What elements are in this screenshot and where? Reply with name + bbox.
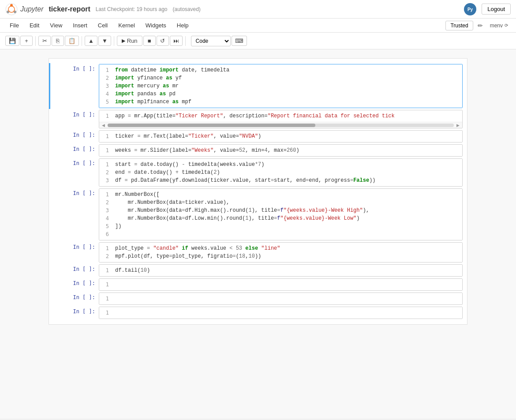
- jupyter-icon: [5, 3, 18, 15]
- add-cell-button[interactable]: +: [20, 36, 33, 46]
- cell-10-line-numbers: 1: [99, 293, 112, 304]
- menu-widgets[interactable]: Widgets: [141, 20, 171, 30]
- separator-3: [114, 36, 114, 46]
- cell-9[interactable]: In [ ]: 1: [49, 278, 467, 292]
- cell-3[interactable]: In [ ]: 1 ticker = mr.Text(label="Ticker…: [49, 129, 467, 143]
- cell-4-label: In [ ]:: [50, 144, 99, 152]
- cell-3-content[interactable]: 1 ticker = mr.Text(label="Ticker", value…: [99, 130, 463, 142]
- menu-help[interactable]: Help: [172, 20, 193, 30]
- paste-button[interactable]: 📋: [65, 36, 79, 46]
- svg-text:Py: Py: [467, 7, 473, 12]
- cell-5[interactable]: In [ ]: 123 start = date.today() - timed…: [49, 158, 467, 188]
- cell-2-label: In [ ]:: [50, 110, 99, 118]
- move-up-button[interactable]: ▲: [85, 36, 97, 46]
- cell-4-code[interactable]: weeks = mr.Slider(label="Weeks", value=5…: [112, 145, 462, 156]
- cell-3-label: In [ ]:: [50, 130, 99, 138]
- notebook-inner: In [ ]: 12345 from datetime import date,…: [49, 58, 467, 325]
- menv-button[interactable]: menv ⟳: [487, 21, 511, 30]
- cell-7-label: In [ ]:: [50, 242, 99, 250]
- cell-11-label: In [ ]:: [50, 307, 99, 315]
- cell-7[interactable]: In [ ]: 12 plot_type = "candle" if weeks…: [49, 241, 467, 263]
- cell-5-line-numbers: 123: [99, 159, 112, 186]
- menu-view[interactable]: View: [45, 20, 67, 30]
- jupyter-logo: Jupyter: [5, 3, 43, 15]
- cell-11-code[interactable]: [112, 307, 462, 319]
- cell-11-line-numbers: 1: [99, 307, 112, 319]
- cell-7-code[interactable]: plot_type = "candle" if weeks.value < 53…: [112, 243, 462, 262]
- cell-3-code[interactable]: ticker = mr.Text(label="Ticker", value="…: [112, 131, 462, 142]
- cell-4-content[interactable]: 1 weeks = mr.Slider(label="Weeks", value…: [99, 144, 463, 157]
- menu-cell[interactable]: Cell: [93, 20, 112, 30]
- menu-edit[interactable]: Edit: [25, 20, 44, 30]
- python-logo: Py: [464, 3, 476, 15]
- separator-4: [185, 36, 186, 46]
- keyboard-button[interactable]: ⌨: [232, 36, 247, 46]
- interrupt-button[interactable]: ■: [143, 36, 156, 46]
- run-icon: ▶: [122, 38, 125, 44]
- cell-5-content[interactable]: 123 start = date.today() - timedelta(wee…: [99, 158, 463, 187]
- run-label: Run: [127, 38, 138, 44]
- cell-8-code[interactable]: df.tail(10): [112, 265, 462, 276]
- cell-2-content[interactable]: 1 app = mr.App(title="Ticker Report", de…: [99, 110, 463, 128]
- restart-run-button[interactable]: ⏭: [170, 36, 183, 46]
- edit-pencil-button[interactable]: ✏: [475, 21, 486, 30]
- scroll-track[interactable]: [108, 124, 454, 127]
- toolbar: 💾 + ✂ ⎘ 📋 ▲ ▼ ▶ Run ■ ↺ ⏭ Code Markdown …: [0, 33, 516, 49]
- cell-8-line-numbers: 1: [99, 265, 112, 276]
- cell-8[interactable]: In [ ]: 1 df.tail(10): [49, 263, 467, 278]
- cell-4[interactable]: In [ ]: 1 weeks = mr.Slider(label="Weeks…: [49, 143, 467, 158]
- notebook-title[interactable]: ticker-report: [49, 5, 90, 13]
- cell-11[interactable]: In [ ]: 1: [49, 306, 467, 320]
- cell-6-line-numbers: 123456: [99, 189, 112, 240]
- cell-1[interactable]: In [ ]: 12345 from datetime import date,…: [49, 63, 467, 109]
- restart-button[interactable]: ↺: [157, 36, 169, 46]
- cell-2-line-numbers: 1: [99, 110, 112, 122]
- menu-kernel[interactable]: Kernel: [114, 20, 139, 30]
- run-button[interactable]: ▶ Run: [117, 36, 142, 46]
- trusted-button[interactable]: Trusted: [445, 21, 473, 30]
- cell-10-code[interactable]: [112, 293, 462, 304]
- scroll-right-icon[interactable]: ▶: [456, 123, 460, 128]
- cell-5-code[interactable]: start = date.today() - timedelta(weeks.v…: [112, 159, 462, 186]
- cell-1-label: In [ ]:: [50, 64, 99, 72]
- cell-type-select[interactable]: Code Markdown Raw: [191, 36, 231, 46]
- notebook-container: In [ ]: 12345 from datetime import date,…: [0, 49, 516, 419]
- cell-10-content[interactable]: 1: [99, 292, 463, 305]
- separator-2: [82, 36, 82, 46]
- menu-file[interactable]: File: [5, 20, 23, 30]
- cell-9-content[interactable]: 1: [99, 278, 463, 291]
- cell-6[interactable]: In [ ]: 123456 mr.NumberBox([ mr.NumberB…: [49, 188, 467, 241]
- scroll-left-icon[interactable]: ◀: [101, 123, 106, 128]
- cell-8-content[interactable]: 1 df.tail(10): [99, 264, 463, 277]
- cell-10-label: In [ ]:: [50, 292, 99, 300]
- cell-9-code[interactable]: [112, 279, 462, 290]
- cell-9-line-numbers: 1: [99, 279, 112, 290]
- autosaved-text: (autosaved): [173, 6, 201, 12]
- menu-insert[interactable]: Insert: [68, 20, 92, 30]
- cell-1-code[interactable]: from datetime import date, timedelta imp…: [112, 64, 462, 108]
- cell-7-line-numbers: 12: [99, 243, 112, 262]
- copy-button[interactable]: ⎘: [52, 36, 64, 46]
- cell-1-line-numbers: 12345: [99, 64, 112, 108]
- cell-1-content[interactable]: 12345 from datetime import date, timedel…: [99, 64, 463, 108]
- move-down-button[interactable]: ▼: [98, 36, 111, 46]
- cell-6-code[interactable]: mr.NumberBox([ mr.NumberBox(data=ticker.…: [112, 189, 462, 240]
- checkpoint-info: Last Checkpoint: 19 hours ago: [96, 6, 168, 12]
- cell-8-label: In [ ]:: [50, 264, 99, 272]
- topbar: Jupyter ticker-report Last Checkpoint: 1…: [0, 0, 516, 19]
- menubar: File Edit View Insert Cell Kernel Widget…: [0, 19, 516, 33]
- logout-button[interactable]: Logout: [482, 4, 511, 15]
- cell-2[interactable]: In [ ]: 1 app = mr.App(title="Ticker Rep…: [49, 109, 467, 129]
- cell-9-label: In [ ]:: [50, 278, 99, 286]
- save-button[interactable]: 💾: [5, 36, 19, 46]
- cell-10[interactable]: In [ ]: 1: [49, 292, 467, 306]
- jupyter-text: Jupyter: [20, 5, 43, 13]
- cell-6-content[interactable]: 123456 mr.NumberBox([ mr.NumberBox(data=…: [99, 188, 463, 240]
- separator-1: [35, 36, 36, 46]
- scroll-thumb: [108, 124, 315, 127]
- cell-7-content[interactable]: 12 plot_type = "candle" if weeks.value <…: [99, 242, 463, 262]
- cell-11-content[interactable]: 1: [99, 307, 463, 319]
- cut-button[interactable]: ✂: [38, 36, 51, 46]
- cell-2-scrollbar[interactable]: ◀ ▶: [99, 122, 462, 128]
- cell-2-code[interactable]: app = mr.App(title="Ticker Report", desc…: [112, 110, 462, 122]
